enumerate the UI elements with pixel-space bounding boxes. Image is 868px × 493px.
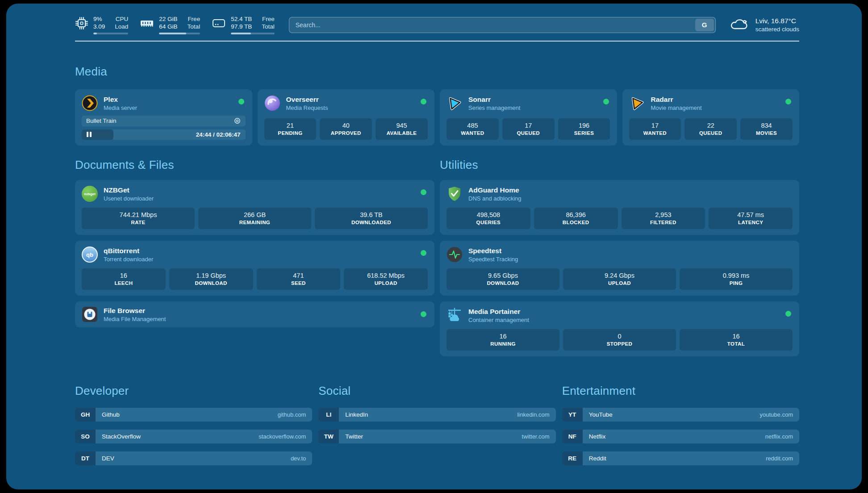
weather-condition: scattered clouds: [755, 25, 799, 33]
bookmark-url: reddit.com: [766, 455, 793, 462]
stat-tile: 0.993 msPING: [680, 268, 793, 290]
bookmark-abbr: GH: [75, 408, 96, 422]
bookmark-group-entertainment: Entertainment YT YouTubeyoutube.com NF N…: [562, 384, 799, 473]
speedtest-icon: [447, 246, 463, 263]
stat-tile: 1.19 GbpsDOWNLOAD: [169, 268, 253, 290]
weather-widget: Lviv, 16.87°C scattered clouds: [729, 17, 799, 33]
dashboard: 9% 3.09 CPU Load 22 GiB 64 GiB Free T: [6, 4, 862, 489]
search-provider-button[interactable]: G: [695, 19, 714, 31]
cloud-icon: [729, 17, 750, 33]
topbar-divider: [75, 41, 799, 42]
app-name: AdGuard Home: [468, 186, 522, 194]
bookmark-dev[interactable]: DT DEVdev.to: [75, 451, 312, 465]
stat-tile: 16TOTAL: [680, 329, 793, 351]
bookmark-github[interactable]: GH Githubgithub.com: [75, 408, 312, 422]
weather-location-temp: Lviv, 16.87°C: [755, 17, 799, 25]
bookmark-abbr: RE: [562, 451, 583, 465]
disk-total-label: Total: [262, 23, 275, 30]
bookmark-abbr: SO: [75, 430, 96, 443]
disk-free-value: 52.4 TB: [231, 16, 252, 22]
status-dot: [785, 99, 791, 104]
disk-total-value: 97.9 TB: [231, 23, 252, 30]
portainer-card[interactable]: Media Portainer Container management 16R…: [440, 301, 799, 356]
cpu-usage-label: CPU: [116, 16, 129, 22]
app-name: Radarr: [651, 96, 702, 104]
app-name: Sonarr: [468, 96, 520, 104]
plex-icon: [82, 95, 98, 111]
bookmark-name: Netflix: [589, 433, 606, 440]
app-subtitle: Torrent downloader: [104, 256, 153, 263]
bookmark-abbr: DT: [75, 451, 96, 465]
cpu-stat-widget: 9% 3.09 CPU Load: [75, 15, 128, 34]
app-subtitle: Usenet downloader: [104, 195, 154, 202]
section-title-entertainment: Entertainment: [562, 384, 799, 398]
now-playing-row: Bullet Train: [82, 116, 246, 126]
cpu-load-label: Load: [115, 23, 128, 30]
stat-tile: 22QUEUED: [684, 118, 737, 140]
playback-time: 24:44 / 02:06:47: [196, 131, 241, 138]
disk-progress-bar: [231, 33, 275, 34]
app-subtitle: Media server: [104, 104, 137, 111]
bookmark-group-developer: Developer GH Githubgithub.com SO StackOv…: [75, 384, 312, 473]
app-subtitle: Media Requests: [286, 104, 328, 111]
bookmark-twitter[interactable]: TW Twittertwitter.com: [318, 430, 555, 443]
memory-total-value: 64 GiB: [159, 23, 177, 30]
adguard-card[interactable]: AdGuard Home DNS and adblocking 498,508Q…: [440, 180, 799, 235]
status-dot: [421, 311, 426, 317]
adguard-icon: [447, 186, 463, 202]
overseerr-card[interactable]: Overseerr Media Requests 21PENDING 40APP…: [258, 89, 435, 146]
bookmark-url: twitter.com: [522, 433, 550, 440]
bookmark-name: DEV: [102, 455, 114, 462]
qbittorrent-icon: qb: [82, 246, 98, 263]
app-subtitle: Speedtest Tracking: [468, 256, 518, 263]
bookmark-name: Twitter: [345, 433, 363, 440]
plex-card[interactable]: Plex Media server Bullet Train 24:44 / 0…: [75, 89, 252, 146]
status-dot: [421, 250, 426, 256]
bookmark-netflix[interactable]: NF Netflixnetflix.com: [562, 430, 799, 443]
sonarr-card[interactable]: Sonarr Series management 485WANTED 17QUE…: [440, 89, 617, 146]
app-name: File Browser: [104, 307, 166, 315]
app-name: NZBGet: [104, 186, 154, 194]
bookmark-url: github.com: [278, 411, 306, 418]
status-dot: [238, 99, 244, 104]
radarr-card[interactable]: Radarr Movie management 17WANTED 22QUEUE…: [622, 89, 800, 146]
overseerr-icon: [264, 95, 280, 111]
gear-icon[interactable]: [234, 117, 241, 125]
search-input[interactable]: [289, 17, 715, 33]
qbittorrent-card[interactable]: qb qBittorrent Torrent downloader 16LEEC…: [75, 241, 434, 296]
status-dot: [603, 99, 609, 104]
status-dot: [421, 99, 426, 104]
memory-total-label: Total: [188, 23, 200, 30]
memory-progress-bar: [159, 33, 200, 34]
bookmark-reddit[interactable]: RE Redditreddit.com: [562, 451, 799, 465]
stat-tile: 0STOPPED: [563, 329, 676, 351]
bookmark-url: linkedin.com: [517, 411, 549, 418]
filebrowser-card[interactable]: File Browser Media File Management: [75, 301, 434, 327]
stat-tile: 618.52 MbpsUPLOAD: [344, 268, 428, 290]
stat-tile: 9.24 GbpsUPLOAD: [563, 268, 676, 290]
bookmark-youtube[interactable]: YT YouTubeyoutube.com: [562, 408, 799, 422]
stat-tile: 17WANTED: [629, 118, 681, 140]
bookmark-name: LinkedIn: [345, 411, 368, 418]
bookmark-name: Reddit: [589, 455, 606, 462]
app-subtitle: Series management: [468, 104, 520, 111]
stat-tile: 86,396BLOCKED: [534, 208, 618, 229]
stat-tile: 498,508QUERIES: [447, 208, 530, 229]
app-name: Speedtest: [468, 247, 518, 255]
stat-tile: 471SEED: [257, 268, 341, 290]
nzbget-card[interactable]: nzbget NZBGet Usenet downloader 744.21 M…: [75, 180, 434, 235]
now-playing-title: Bullet Train: [86, 117, 117, 124]
bookmark-linkedin[interactable]: LI LinkedInlinkedin.com: [318, 408, 555, 422]
bookmark-abbr: TW: [318, 430, 339, 443]
bookmark-name: Github: [102, 411, 120, 418]
bookmark-abbr: NF: [562, 430, 583, 443]
documents-column: Documents & Files nzbget NZBGet Usenet d…: [75, 158, 434, 356]
cpu-progress-bar: [93, 33, 128, 34]
bookmark-stackoverflow[interactable]: SO StackOverflowstackoverflow.com: [75, 430, 312, 443]
speedtest-card[interactable]: Speedtest Speedtest Tracking 9.65 GbpsDO…: [440, 241, 799, 296]
stat-tile: 39.6 TBDOWNLOADED: [315, 208, 428, 229]
section-title-documents: Documents & Files: [75, 158, 434, 172]
bookmark-abbr: YT: [562, 408, 583, 422]
bookmark-url: dev.to: [291, 455, 306, 462]
stat-tile: 47.57 msLATENCY: [709, 208, 793, 229]
